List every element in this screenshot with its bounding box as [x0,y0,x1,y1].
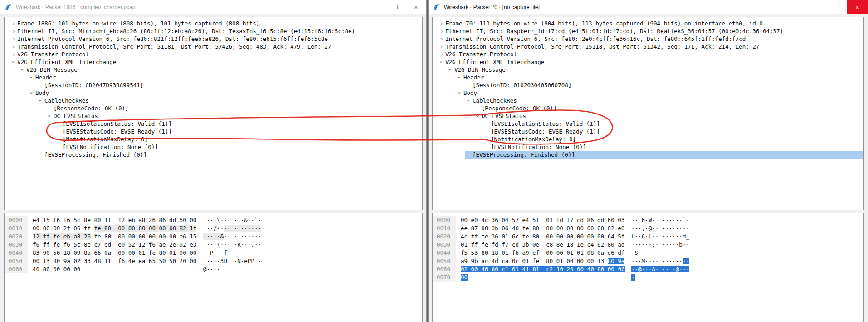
packet-detail-row[interactable]: ›Transmission Control Protocol, Src Port… [433,43,863,50]
hex-row[interactable]: 001000 00 00 2f 06 ff fe 80 00 00 00 00 … [5,224,422,233]
packet-detail-row[interactable]: ›DC_EVSEStatus [5,112,422,120]
hex-ascii[interactable]: ·S······ ········ [631,249,689,257]
packet-detail-row[interactable]: ›CableCheckRes [433,97,863,104]
wireshark-icon[interactable] [433,3,440,11]
hex-ascii[interactable]: ······;· ·····b·· [631,241,689,249]
hex-row[interactable]: 004083 90 50 18 09 8a 66 0a 00 00 01 fe … [5,249,422,257]
expander-closed-icon[interactable]: › [438,50,445,58]
hex-row[interactable]: 006002 00 40 80 c1 01 41 81 c2 10 20 00 … [433,265,863,273]
hex-ascii[interactable]: L··6·l·· ······d_ [631,233,689,241]
hex-ascii[interactable]: · [631,273,635,282]
hex-row[interactable]: 002012 ff fe eb a8 26 fe 80 00 00 00 00 … [5,233,422,241]
expander-closed-icon[interactable]: › [10,43,17,50]
hex-bytes[interactable]: e4 15 f6 f6 5c 8e 80 1f 12 eb a8 26 86 d… [33,216,203,224]
hex-ascii[interactable]: ···/···· ········ [203,224,261,233]
expander-closed-icon[interactable]: › [10,27,17,35]
packet-detail-row[interactable]: ›V2G DIN Message [433,66,863,74]
packet-detail-row[interactable]: [SessionID: CD2047D93BA99541] [5,81,422,89]
hex-bytes[interactable]: 40 80 00 00 00 [33,265,203,273]
expander-open-icon[interactable]: › [474,112,482,120]
hex-ascii[interactable]: ··L6·W·_ ······`· [631,216,689,224]
packet-detail-row[interactable]: ›V2G Efficient XML Interchange [433,58,863,66]
expander-closed-icon[interactable]: › [10,35,17,43]
packet-detail-row[interactable]: ›V2G Transfer Protocol [433,50,863,58]
packet-detail-row[interactable]: ›Header [433,74,863,81]
packet-detail-row[interactable]: ›Header [5,74,422,81]
packet-detail-row[interactable]: ›Ethernet II, Src: Microchi_eb:a8:26 (80… [5,27,422,35]
expander-open-icon[interactable]: › [19,66,26,74]
packet-detail-row[interactable]: [EVSENotification: None (0)] [433,143,863,151]
hex-row[interactable]: 003001 ff fe fd f7 cd 3b 0e c8 8e 18 1e … [433,241,863,249]
packet-detail-row[interactable]: ›V2G Efficient XML Interchange [5,58,422,66]
hex-bytes[interactable]: ee 87 00 3b 06 40 fe 80 00 00 00 00 00 0… [461,224,631,233]
packet-detail-row[interactable]: ›CableCheckRes [5,97,422,104]
packet-detail-row[interactable]: [EVSEIsolationStatus: Valid (1)] [5,120,422,128]
expander-open-icon[interactable]: › [438,58,445,66]
expander-closed-icon[interactable]: › [438,20,445,27]
hex-bytes[interactable]: 00 [461,273,631,282]
packet-bytes-pane[interactable]: 000000 e0 4c 36 04 57 e4 5f 01 fd f7 cd … [432,213,864,322]
expander-open-icon[interactable]: › [28,89,35,97]
packet-detail-row[interactable]: [EVSENotification: None (0)] [5,143,422,151]
titlebar[interactable]: Wireshark · Packet 1886 · compleo_charge… [0,0,426,14]
packet-detail-row[interactable]: [ResponseCode: OK (0)] [433,104,863,112]
packet-detail-row[interactable]: ›Internet Protocol Version 6, Src: fe80:… [433,35,863,43]
hex-ascii[interactable]: ····\··· ···&··`· [203,216,261,224]
expander-open-icon[interactable]: › [465,97,473,104]
expander-closed-icon[interactable]: › [10,50,17,58]
packet-detail-row[interactable]: [EVSEIsolationStatus: Valid (1)] [433,120,863,128]
hex-bytes[interactable]: 12 ff fe eb a8 26 fe 80 00 00 00 00 00 0… [33,233,203,241]
hex-row[interactable]: 0010ee 87 00 3b 06 40 fe 80 00 00 00 00 … [433,224,863,233]
hex-row[interactable]: 0040f5 53 80 18 01 f6 a9 ef 00 00 01 01 … [433,249,863,257]
wireshark-icon[interactable] [5,3,12,11]
packet-details-pane[interactable]: ›Frame 70: 113 bytes on wire (904 bits),… [432,17,864,210]
packet-detail-row[interactable]: ›Ethernet II, Src: Raspberr_fd:f7:cd (e4… [433,27,863,35]
hex-row[interactable]: 0000e4 15 f6 f6 5c 8e 80 1f 12 eb a8 26 … [5,216,422,224]
packet-detail-row[interactable]: [NotificationMaxDelay: 0] [5,135,422,143]
maximize-button[interactable] [827,0,847,14]
packet-detail-row[interactable]: [EVSEProcessing: Finished (0)] [5,151,422,159]
hex-bytes[interactable]: 4c ff fe 36 01 6c fe 80 00 00 00 00 00 0… [461,233,631,241]
packet-detail-row[interactable]: ›DC_EVSEStatus [433,112,863,120]
packet-detail-row[interactable]: ›Frame 1886: 101 bytes on wire (808 bits… [5,20,422,27]
packet-detail-row[interactable]: [NotificationMaxDelay: 0] [433,135,863,143]
packet-detail-row[interactable]: [EVSEStatusCode: EVSE Ready (1)] [433,128,863,135]
expander-closed-icon[interactable]: › [438,35,445,43]
expander-closed-icon[interactable]: › [438,27,445,35]
hex-bytes[interactable]: a9 9b ac 4d ca 0c 01 fe 80 01 00 00 00 1… [461,257,631,265]
hex-ascii[interactable]: ·····&·· ········ [203,233,261,241]
expander-open-icon[interactable]: › [456,74,463,81]
expander-open-icon[interactable]: › [28,74,35,81]
expander-closed-icon[interactable]: › [10,20,17,27]
expander-open-icon[interactable]: › [37,97,44,104]
hex-bytes[interactable]: 00 00 00 2f 06 ff fe 80 00 00 00 00 00 0… [33,224,203,233]
hex-row[interactable]: 000000 e0 4c 36 04 57 e4 5f 01 fd f7 cd … [433,216,863,224]
hex-bytes[interactable]: 02 00 40 80 c1 01 41 81 c2 10 20 00 40 8… [461,265,631,273]
hex-bytes[interactable]: 83 90 50 18 09 8a 66 0a 00 00 01 fe 80 0… [33,249,203,257]
titlebar[interactable]: Wireshark · Packet 70 · [no capture file… [429,0,868,14]
hex-bytes[interactable]: 00 13 80 9a 02 33 48 11 f6 4e ea 65 50 5… [33,257,203,265]
packet-detail-row[interactable]: ›V2G DIN Message [5,66,422,74]
expander-open-icon[interactable]: › [456,89,463,97]
hex-bytes[interactable]: f6 ff fe f6 5c 8e c7 ed e0 52 12 f6 ae 2… [33,241,203,249]
minimize-button[interactable] [365,0,385,14]
packet-detail-row[interactable]: [ResponseCode: OK (0)] [5,104,422,112]
packet-detail-row[interactable]: ›V2G Transfer Protocol [5,50,422,58]
hex-row[interactable]: 0030f6 ff fe f6 5c 8e c7 ed e0 52 12 f6 … [5,241,422,249]
hex-ascii[interactable]: @···· [203,265,220,273]
packet-detail-row[interactable]: ›Transmission Control Protocol, Src Port… [5,43,422,50]
packet-detail-row[interactable]: [SessionID: 0102030405060708] [433,81,863,89]
hex-ascii[interactable]: ····\··· ·R···.·· [203,241,261,249]
packet-detail-row[interactable]: [EVSEStatusCode: EVSE Ready (1)] [5,128,422,135]
minimize-button[interactable] [806,0,827,14]
hex-bytes[interactable]: 00 e0 4c 36 04 57 e4 5f 01 fd f7 cd 86 d… [461,216,631,224]
expander-open-icon[interactable]: › [10,58,17,66]
packet-detail-row[interactable]: ›Internet Protocol Version 6, Src: fe80:… [5,35,422,43]
hex-ascii[interactable]: ··P···f· ········ [203,249,261,257]
hex-ascii[interactable]: ··@···A· ·· ·@··· [631,265,689,273]
maximize-button[interactable] [385,0,406,14]
hex-row[interactable]: 0050a9 9b ac 4d ca 0c 01 fe 80 01 00 00 … [433,257,863,265]
hex-row[interactable]: 006040 80 00 00 00@···· [5,265,422,273]
expander-closed-icon[interactable]: › [438,43,445,50]
hex-row[interactable]: 005000 13 80 9a 02 33 48 11 f6 4e ea 65 … [5,257,422,265]
